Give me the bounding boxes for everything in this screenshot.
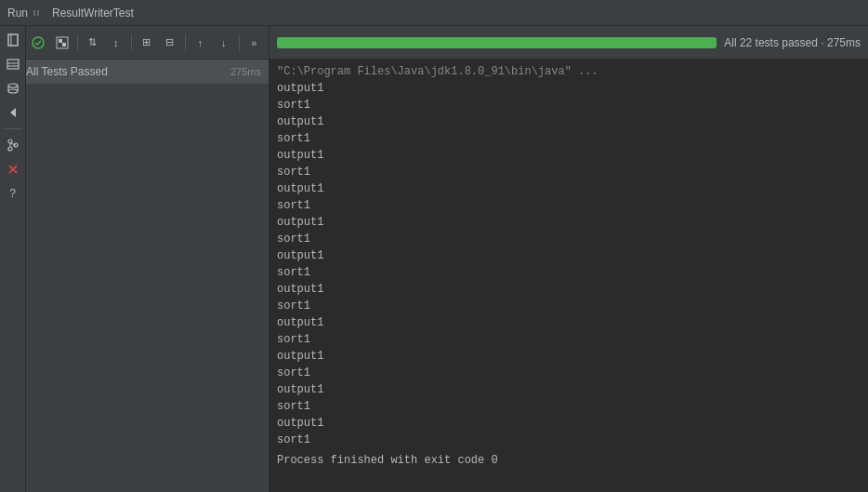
db-side-icon[interactable]	[3, 78, 23, 99]
svg-point-15	[8, 89, 18, 93]
run-label: Run	[7, 7, 28, 20]
output-line: output1	[277, 113, 861, 130]
output-line: sort1	[277, 398, 861, 415]
toolbar-sep1	[77, 34, 78, 51]
toolbar-sep3	[185, 34, 186, 51]
process-finished-line: Process finished with exit code 0	[277, 452, 861, 469]
help-side-icon[interactable]: ?	[3, 183, 23, 204]
list-icon	[7, 58, 20, 71]
toolbar-sep2	[131, 34, 132, 51]
branch-icon	[7, 139, 20, 152]
status-time-text: 275ms	[827, 36, 861, 49]
question-icon: ?	[9, 187, 16, 200]
output-line: sort1	[277, 197, 861, 214]
output-line: sort1	[277, 432, 861, 448]
side-separator	[4, 128, 22, 129]
next-icon: ↓	[221, 37, 227, 48]
svg-marker-16	[10, 108, 16, 117]
toolbar-sep4	[239, 34, 240, 51]
right-section: All 22 tests passed · 275ms "C:\Program …	[270, 26, 868, 492]
test-list: All Tests Passed 275ms	[0, 60, 269, 492]
left-arrow-icon	[7, 106, 20, 119]
prev-icon: ↑	[198, 37, 204, 48]
sort-duration-button[interactable]: ↕	[105, 32, 127, 54]
bookmark-side-icon[interactable]	[3, 30, 23, 50]
output-line: output1	[277, 180, 861, 197]
output-line: output1	[277, 281, 861, 298]
main-content: ⇅ ↕ ⊞ ⊟ ↑ ↓ »	[0, 26, 868, 492]
close-side-icon[interactable]	[3, 159, 23, 180]
side-icons-panel: ?	[0, 26, 26, 492]
output-line: output1	[277, 247, 861, 264]
test-item-time: 275ms	[230, 66, 261, 77]
expand-icon: ⊞	[142, 36, 151, 48]
collapse-icon: ⊟	[165, 36, 174, 48]
svg-rect-0	[33, 10, 35, 16]
sort-alpha-button[interactable]: ⇅	[82, 32, 104, 54]
close-icon	[7, 164, 19, 175]
output-line: sort1	[277, 264, 861, 281]
more-icon: »	[251, 37, 256, 48]
svg-rect-1	[37, 10, 39, 16]
more-button[interactable]: »	[243, 32, 266, 54]
output-line: sort1	[277, 164, 861, 180]
output-lines-container: output1sort1output1sort1output1sort1outp…	[277, 80, 861, 448]
output-line: output1	[277, 415, 861, 432]
test-toolbar: ⇅ ↕ ⊞ ⊟ ↑ ↓ »	[0, 26, 269, 60]
output-line: sort1	[277, 231, 861, 247]
output-line: output1	[277, 314, 861, 331]
output-line: sort1	[277, 331, 861, 348]
output-line: output1	[277, 80, 861, 97]
title-bar: Run ResultWriterTest	[0, 0, 868, 26]
status-dot: ·	[821, 36, 827, 49]
db-icon	[7, 82, 20, 95]
left-panel: ⇅ ↕ ⊞ ⊟ ↑ ↓ »	[0, 26, 270, 492]
check-icon	[32, 36, 45, 49]
output-line: sort1	[277, 298, 861, 314]
collapse-button[interactable]: ⊟	[159, 32, 181, 54]
test-item-label: All Tests Passed	[26, 65, 225, 78]
status-bar: All 22 tests passed · 275ms	[270, 26, 868, 60]
output-path-line: "C:\Program Files\Java\jdk1.8.0_91\bin\j…	[277, 63, 861, 80]
title-separator-icon	[33, 8, 46, 18]
test-item-all-passed[interactable]: All Tests Passed 275ms	[0, 60, 269, 84]
sort-alpha-icon: ⇅	[88, 36, 97, 48]
output-line: output1	[277, 348, 861, 365]
svg-point-12	[8, 84, 18, 87]
svg-rect-6	[62, 43, 66, 47]
progress-bar-fill	[277, 37, 717, 48]
branch-side-icon[interactable]	[3, 135, 23, 155]
output-line: output1	[277, 381, 861, 398]
sort-duration-icon: ↕	[113, 37, 119, 48]
svg-point-17	[8, 140, 12, 143]
expand-button[interactable]: ⊞	[136, 32, 158, 54]
check-button[interactable]	[28, 32, 50, 54]
list-side-icon[interactable]	[3, 54, 23, 74]
next-fail-button[interactable]: ↓	[213, 32, 235, 54]
svg-point-18	[8, 147, 12, 151]
output-area[interactable]: "C:\Program Files\Java\jdk1.8.0_91\bin\j…	[270, 60, 868, 492]
status-text: All 22 tests passed · 275ms	[724, 36, 861, 49]
status-passed-text: All 22 tests passed	[724, 36, 818, 49]
arrow-side-icon[interactable]	[3, 102, 23, 123]
test-name-label: ResultWriterTest	[52, 7, 134, 20]
coverage-button[interactable]	[51, 32, 73, 54]
output-line: output1	[277, 214, 861, 231]
svg-rect-5	[59, 39, 62, 43]
output-line: sort1	[277, 97, 861, 113]
output-line: sort1	[277, 130, 861, 147]
coverage-icon	[56, 36, 69, 49]
svg-rect-9	[7, 60, 19, 69]
svg-rect-7	[8, 34, 18, 46]
bookmark-icon	[7, 33, 20, 47]
progress-bar	[277, 37, 717, 48]
output-line: sort1	[277, 365, 861, 381]
output-line: output1	[277, 147, 861, 164]
prev-fail-button[interactable]: ↑	[190, 32, 212, 54]
